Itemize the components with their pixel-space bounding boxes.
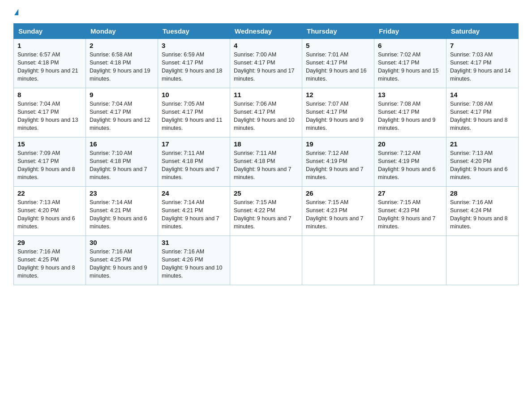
calendar-day-cell: 18 Sunrise: 7:11 AM Sunset: 4:18 PM Dayl… — [230, 137, 302, 187]
calendar-week-row: 8 Sunrise: 7:04 AM Sunset: 4:17 PM Dayli… — [14, 88, 519, 137]
calendar-day-cell: 20 Sunrise: 7:12 AM Sunset: 4:19 PM Dayl… — [374, 137, 446, 187]
day-number: 23 — [90, 189, 154, 197]
calendar-day-cell: 22 Sunrise: 7:13 AM Sunset: 4:20 PM Dayl… — [14, 187, 86, 236]
day-number: 21 — [450, 140, 515, 148]
calendar-day-cell: 14 Sunrise: 7:08 AM Sunset: 4:17 PM Dayl… — [446, 88, 519, 137]
calendar-day-cell: 2 Sunrise: 6:58 AM Sunset: 4:18 PM Dayli… — [86, 39, 158, 88]
calendar-day-cell: 29 Sunrise: 7:16 AM Sunset: 4:25 PM Dayl… — [14, 236, 86, 285]
day-info: Sunrise: 7:05 AM Sunset: 4:17 PM Dayligh… — [162, 100, 226, 133]
day-number: 7 — [450, 42, 515, 49]
day-info: Sunrise: 7:08 AM Sunset: 4:17 PM Dayligh… — [378, 100, 442, 133]
day-info: Sunrise: 7:16 AM Sunset: 4:26 PM Dayligh… — [162, 248, 226, 280]
day-info: Sunrise: 7:14 AM Sunset: 4:21 PM Dayligh… — [90, 198, 154, 231]
day-number: 30 — [90, 239, 154, 246]
day-info: Sunrise: 7:06 AM Sunset: 4:17 PM Dayligh… — [234, 100, 298, 133]
calendar-day-cell: 27 Sunrise: 7:15 AM Sunset: 4:23 PM Dayl… — [374, 187, 446, 236]
day-info: Sunrise: 7:15 AM Sunset: 4:22 PM Dayligh… — [234, 198, 298, 231]
day-number: 4 — [234, 42, 298, 49]
calendar-day-cell: 8 Sunrise: 7:04 AM Sunset: 4:17 PM Dayli… — [14, 88, 86, 137]
logo-triangle-icon — [14, 9, 18, 15]
calendar-day-cell — [374, 236, 446, 285]
calendar-day-cell: 3 Sunrise: 6:59 AM Sunset: 4:17 PM Dayli… — [158, 39, 230, 88]
day-number: 14 — [450, 91, 515, 98]
calendar-day-cell: 4 Sunrise: 7:00 AM Sunset: 4:17 PM Dayli… — [230, 39, 302, 88]
day-number: 26 — [306, 189, 370, 197]
page-header — [13, 9, 519, 15]
day-number: 11 — [234, 91, 298, 98]
calendar-table: SundayMondayTuesdayWednesdayThursdayFrid… — [13, 23, 519, 285]
calendar-day-cell: 21 Sunrise: 7:13 AM Sunset: 4:20 PM Dayl… — [446, 137, 519, 187]
day-info: Sunrise: 6:57 AM Sunset: 4:18 PM Dayligh… — [17, 51, 82, 83]
day-info: Sunrise: 7:08 AM Sunset: 4:17 PM Dayligh… — [450, 100, 515, 133]
calendar-day-cell — [302, 236, 374, 285]
calendar-day-cell — [446, 236, 519, 285]
day-of-week-header: Wednesday — [230, 24, 302, 39]
logo — [13, 9, 18, 15]
day-of-week-header: Monday — [86, 24, 158, 39]
day-info: Sunrise: 7:13 AM Sunset: 4:20 PM Dayligh… — [17, 198, 82, 231]
calendar-day-cell: 7 Sunrise: 7:03 AM Sunset: 4:17 PM Dayli… — [446, 39, 519, 88]
day-number: 1 — [17, 42, 82, 49]
calendar-week-row: 29 Sunrise: 7:16 AM Sunset: 4:25 PM Dayl… — [14, 236, 519, 285]
day-info: Sunrise: 7:04 AM Sunset: 4:17 PM Dayligh… — [17, 100, 82, 133]
calendar-day-cell: 31 Sunrise: 7:16 AM Sunset: 4:26 PM Dayl… — [158, 236, 230, 285]
day-number: 16 — [90, 140, 154, 148]
day-info: Sunrise: 7:04 AM Sunset: 4:17 PM Dayligh… — [90, 100, 154, 133]
day-info: Sunrise: 7:15 AM Sunset: 4:23 PM Dayligh… — [378, 198, 442, 231]
day-info: Sunrise: 6:58 AM Sunset: 4:18 PM Dayligh… — [90, 51, 154, 83]
day-info: Sunrise: 7:07 AM Sunset: 4:17 PM Dayligh… — [306, 100, 370, 133]
day-of-week-header: Thursday — [302, 24, 374, 39]
day-info: Sunrise: 7:09 AM Sunset: 4:17 PM Dayligh… — [17, 149, 82, 182]
day-number: 28 — [450, 189, 515, 197]
day-number: 5 — [306, 42, 370, 49]
calendar-day-cell: 12 Sunrise: 7:07 AM Sunset: 4:17 PM Dayl… — [302, 88, 374, 137]
calendar-week-row: 22 Sunrise: 7:13 AM Sunset: 4:20 PM Dayl… — [14, 187, 519, 236]
day-number: 17 — [162, 140, 226, 148]
day-info: Sunrise: 6:59 AM Sunset: 4:17 PM Dayligh… — [162, 51, 226, 83]
calendar-day-cell: 13 Sunrise: 7:08 AM Sunset: 4:17 PM Dayl… — [374, 88, 446, 137]
calendar-day-cell: 19 Sunrise: 7:12 AM Sunset: 4:19 PM Dayl… — [302, 137, 374, 187]
day-of-week-header: Sunday — [14, 24, 86, 39]
day-number: 15 — [17, 140, 82, 148]
day-of-week-header: Tuesday — [158, 24, 230, 39]
calendar-day-cell: 15 Sunrise: 7:09 AM Sunset: 4:17 PM Dayl… — [14, 137, 86, 187]
calendar-day-cell: 5 Sunrise: 7:01 AM Sunset: 4:17 PM Dayli… — [302, 39, 374, 88]
calendar-week-row: 1 Sunrise: 6:57 AM Sunset: 4:18 PM Dayli… — [14, 39, 519, 88]
day-number: 29 — [17, 239, 82, 246]
day-of-week-header: Friday — [374, 24, 446, 39]
day-number: 2 — [90, 42, 154, 49]
calendar-day-cell: 6 Sunrise: 7:02 AM Sunset: 4:17 PM Dayli… — [374, 39, 446, 88]
day-number: 27 — [378, 189, 442, 197]
day-info: Sunrise: 7:11 AM Sunset: 4:18 PM Dayligh… — [162, 149, 226, 182]
calendar-week-row: 15 Sunrise: 7:09 AM Sunset: 4:17 PM Dayl… — [14, 137, 519, 187]
day-number: 13 — [378, 91, 442, 98]
day-number: 20 — [378, 140, 442, 148]
calendar-day-cell: 30 Sunrise: 7:16 AM Sunset: 4:25 PM Dayl… — [86, 236, 158, 285]
day-number: 12 — [306, 91, 370, 98]
calendar-day-cell: 26 Sunrise: 7:15 AM Sunset: 4:23 PM Dayl… — [302, 187, 374, 236]
day-number: 8 — [17, 91, 82, 98]
day-number: 25 — [234, 189, 298, 197]
day-info: Sunrise: 7:13 AM Sunset: 4:20 PM Dayligh… — [450, 149, 515, 182]
calendar-day-cell: 1 Sunrise: 6:57 AM Sunset: 4:18 PM Dayli… — [14, 39, 86, 88]
day-number: 3 — [162, 42, 226, 49]
day-info: Sunrise: 7:03 AM Sunset: 4:17 PM Dayligh… — [450, 51, 515, 83]
calendar-day-cell: 9 Sunrise: 7:04 AM Sunset: 4:17 PM Dayli… — [86, 88, 158, 137]
day-info: Sunrise: 7:11 AM Sunset: 4:18 PM Dayligh… — [234, 149, 298, 182]
day-number: 18 — [234, 140, 298, 148]
day-info: Sunrise: 7:12 AM Sunset: 4:19 PM Dayligh… — [378, 149, 442, 182]
day-info: Sunrise: 7:16 AM Sunset: 4:25 PM Dayligh… — [90, 248, 154, 280]
day-info: Sunrise: 7:14 AM Sunset: 4:21 PM Dayligh… — [162, 198, 226, 231]
day-number: 31 — [162, 239, 226, 246]
calendar-day-cell: 23 Sunrise: 7:14 AM Sunset: 4:21 PM Dayl… — [86, 187, 158, 236]
calendar-day-cell: 10 Sunrise: 7:05 AM Sunset: 4:17 PM Dayl… — [158, 88, 230, 137]
day-number: 6 — [378, 42, 442, 49]
day-info: Sunrise: 7:15 AM Sunset: 4:23 PM Dayligh… — [306, 198, 370, 231]
day-of-week-header: Saturday — [446, 24, 519, 39]
day-number: 10 — [162, 91, 226, 98]
calendar-day-cell: 16 Sunrise: 7:10 AM Sunset: 4:18 PM Dayl… — [86, 137, 158, 187]
day-info: Sunrise: 7:16 AM Sunset: 4:25 PM Dayligh… — [17, 248, 82, 280]
calendar-day-cell: 24 Sunrise: 7:14 AM Sunset: 4:21 PM Dayl… — [158, 187, 230, 236]
day-number: 19 — [306, 140, 370, 148]
calendar-day-cell: 17 Sunrise: 7:11 AM Sunset: 4:18 PM Dayl… — [158, 137, 230, 187]
